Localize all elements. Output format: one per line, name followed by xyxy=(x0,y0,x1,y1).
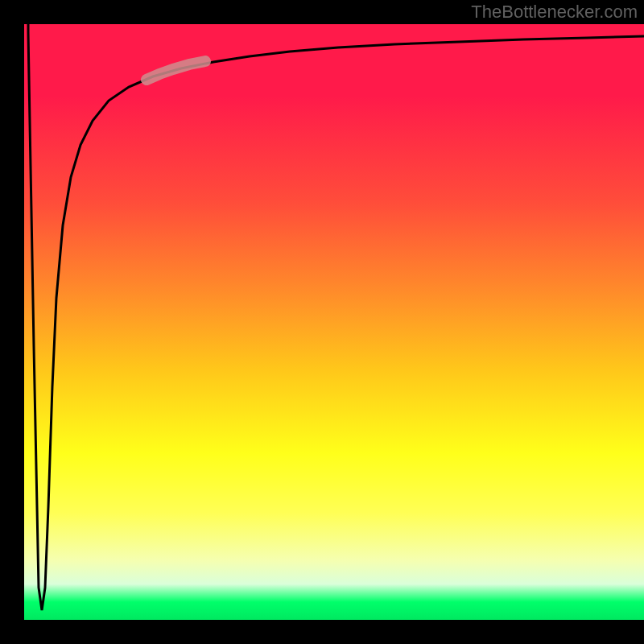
plot-area xyxy=(24,24,644,620)
highlight-segment xyxy=(147,61,205,80)
bottleneck-curve xyxy=(28,24,644,610)
chart-svg xyxy=(24,24,644,620)
attribution-text: TheBottlenecker.com xyxy=(471,2,638,23)
